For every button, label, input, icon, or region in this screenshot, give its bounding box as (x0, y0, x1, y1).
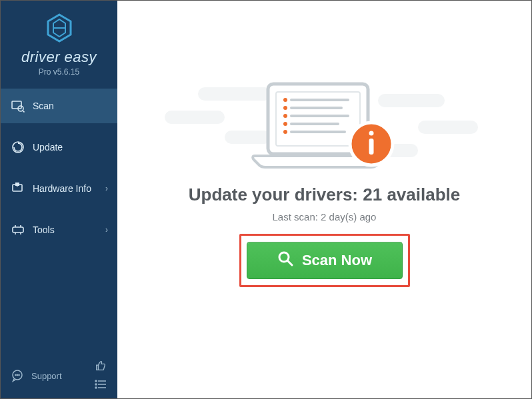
main-content: Update your drivers: 21 available Last s… (117, 1, 531, 398)
sidebar-item-label: Update (33, 142, 63, 153)
sidebar-item-update[interactable]: Update (1, 130, 117, 165)
magnifier-icon (277, 250, 294, 271)
scan-button-label: Scan Now (302, 252, 372, 269)
headline-prefix: Update your drivers: (189, 185, 363, 204)
last-scan-line: Last scan: 2 day(s) ago (117, 211, 531, 222)
support-icon (11, 369, 25, 382)
tools-icon (11, 223, 25, 236)
list-menu-icon[interactable] (95, 380, 107, 392)
svg-line-7 (23, 111, 25, 113)
svg-point-30 (283, 98, 287, 102)
svg-rect-5 (12, 101, 21, 109)
svg-point-43 (279, 252, 289, 262)
scan-icon (11, 99, 25, 113)
svg-point-34 (283, 114, 287, 118)
hardware-info-icon: i (11, 182, 25, 195)
sidebar-item-label: Tools (33, 224, 55, 235)
svg-point-22 (95, 380, 97, 382)
sidebar-item-hardware-info[interactable]: i Hardware Info › (1, 171, 117, 206)
svg-point-26 (95, 387, 97, 388)
svg-point-20 (17, 374, 17, 375)
svg-point-19 (15, 374, 16, 375)
last-scan-prefix: Last scan: (273, 211, 321, 222)
headline-suffix: available (382, 185, 460, 204)
svg-line-44 (288, 261, 292, 265)
sidebar-nav: Scan Update i (1, 89, 117, 247)
svg-rect-13 (13, 227, 23, 232)
app-logo-block: driver easy Pro v5.6.15 (1, 1, 117, 83)
thumbs-up-icon[interactable] (95, 360, 107, 374)
sidebar-item-label: Hardware Info (33, 183, 91, 194)
svg-point-41 (369, 131, 373, 136)
svg-point-38 (283, 130, 287, 134)
update-icon (11, 141, 25, 154)
svg-point-32 (283, 106, 287, 110)
sidebar-item-support[interactable]: Support (11, 369, 62, 382)
laptop-illustration (241, 77, 408, 184)
svg-point-36 (283, 122, 287, 126)
app-version: Pro v5.6.15 (1, 67, 117, 77)
scan-button-highlight: Scan Now (239, 234, 410, 287)
sidebar-bottom: Support (1, 360, 117, 392)
chevron-right-icon: › (105, 184, 108, 193)
sidebar-item-tools[interactable]: Tools › (1, 212, 117, 247)
svg-point-24 (95, 384, 97, 385)
last-scan-value: 2 day(s) ago (321, 211, 376, 222)
svg-point-21 (19, 374, 19, 375)
support-label: Support (31, 371, 62, 381)
sidebar-item-scan[interactable]: Scan (1, 89, 117, 123)
app-logo-icon (44, 13, 75, 46)
sidebar-item-label: Scan (33, 101, 54, 111)
available-count: 21 (363, 185, 382, 204)
app-window: driver easy Pro v5.6.15 Scan (0, 0, 532, 399)
chevron-right-icon: › (105, 225, 108, 234)
app-brand-name: driver easy (1, 49, 117, 66)
headline: Update your drivers: 21 available (117, 185, 531, 205)
sidebar: driver easy Pro v5.6.15 Scan (1, 1, 117, 398)
scan-now-button[interactable]: Scan Now (247, 242, 403, 279)
svg-rect-42 (369, 139, 373, 155)
